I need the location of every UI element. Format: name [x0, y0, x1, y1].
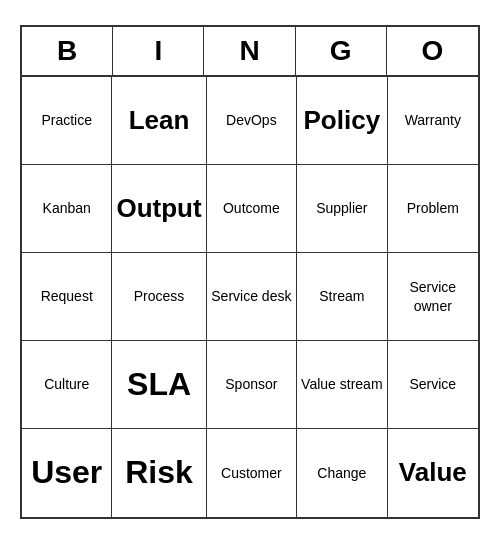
bingo-cell-23: Change [297, 429, 387, 517]
cell-text-6: Output [116, 192, 201, 226]
cell-text-17: Sponsor [225, 375, 277, 393]
bingo-cell-11: Process [112, 253, 206, 341]
bingo-cell-17: Sponsor [207, 341, 297, 429]
bingo-cell-8: Supplier [297, 165, 387, 253]
bingo-cell-14: Service owner [388, 253, 478, 341]
cell-text-23: Change [317, 464, 366, 482]
cell-text-9: Problem [407, 199, 459, 217]
cell-text-3: Policy [304, 104, 381, 138]
bingo-cell-0: Practice [22, 77, 112, 165]
bingo-cell-19: Service [388, 341, 478, 429]
bingo-cell-7: Outcome [207, 165, 297, 253]
bingo-cell-12: Service desk [207, 253, 297, 341]
cell-text-12: Service desk [211, 287, 291, 305]
cell-text-20: User [31, 452, 102, 494]
cell-text-21: Risk [125, 452, 193, 494]
cell-text-2: DevOps [226, 111, 277, 129]
bingo-cell-21: Risk [112, 429, 206, 517]
bingo-cell-9: Problem [388, 165, 478, 253]
cell-text-5: Kanban [43, 199, 91, 217]
bingo-cell-3: Policy [297, 77, 387, 165]
bingo-cell-15: Culture [22, 341, 112, 429]
bingo-cell-20: User [22, 429, 112, 517]
cell-text-13: Stream [319, 287, 364, 305]
cell-text-7: Outcome [223, 199, 280, 217]
bingo-cell-18: Value stream [297, 341, 387, 429]
cell-text-22: Customer [221, 464, 282, 482]
cell-text-8: Supplier [316, 199, 367, 217]
header-letter-N: N [204, 27, 295, 75]
bingo-header: BINGO [22, 27, 478, 77]
bingo-grid: PracticeLeanDevOpsPolicyWarrantyKanbanOu… [22, 77, 478, 517]
bingo-card: BINGO PracticeLeanDevOpsPolicyWarrantyKa… [20, 25, 480, 519]
cell-text-16: SLA [127, 364, 191, 406]
bingo-cell-1: Lean [112, 77, 206, 165]
cell-text-11: Process [134, 287, 185, 305]
bingo-cell-16: SLA [112, 341, 206, 429]
cell-text-4: Warranty [405, 111, 461, 129]
cell-text-14: Service owner [392, 278, 474, 314]
cell-text-24: Value [399, 456, 467, 490]
cell-text-15: Culture [44, 375, 89, 393]
cell-text-0: Practice [41, 111, 92, 129]
bingo-cell-4: Warranty [388, 77, 478, 165]
header-letter-G: G [296, 27, 387, 75]
bingo-cell-22: Customer [207, 429, 297, 517]
cell-text-10: Request [41, 287, 93, 305]
bingo-cell-10: Request [22, 253, 112, 341]
cell-text-1: Lean [129, 104, 190, 138]
bingo-cell-13: Stream [297, 253, 387, 341]
cell-text-19: Service [409, 375, 456, 393]
bingo-cell-6: Output [112, 165, 206, 253]
header-letter-O: O [387, 27, 478, 75]
bingo-cell-2: DevOps [207, 77, 297, 165]
bingo-cell-5: Kanban [22, 165, 112, 253]
header-letter-I: I [113, 27, 204, 75]
bingo-cell-24: Value [388, 429, 478, 517]
header-letter-B: B [22, 27, 113, 75]
cell-text-18: Value stream [301, 375, 382, 393]
